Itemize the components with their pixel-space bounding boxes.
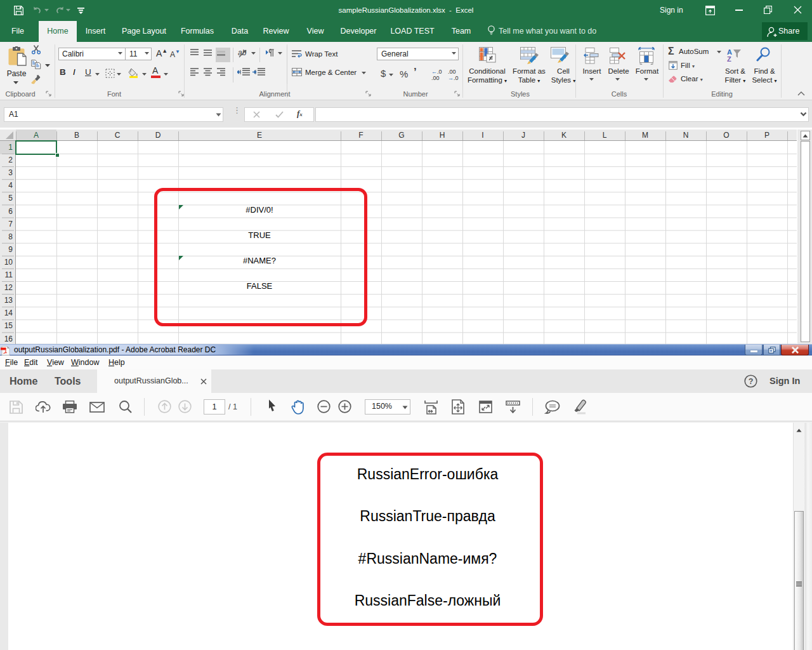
svg-text:Z: Z xyxy=(727,55,731,62)
svg-text:?: ? xyxy=(749,377,754,386)
